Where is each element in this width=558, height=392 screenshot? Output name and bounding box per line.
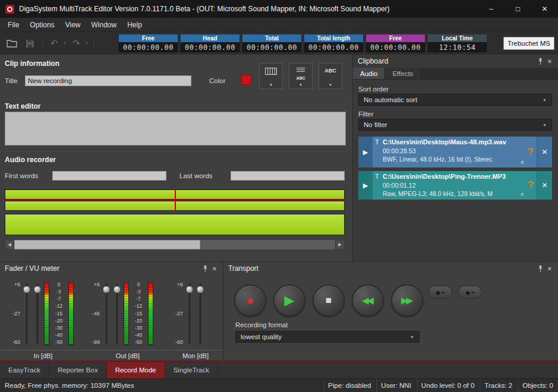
waveform-track-2[interactable] — [5, 214, 345, 235]
pin-button[interactable] — [200, 264, 210, 273]
last-words-input[interactable] — [231, 171, 345, 181]
remove-item-button[interactable]: ✕ — [537, 171, 552, 200]
pin-icon — [202, 265, 209, 273]
scale-label-8: -50 — [52, 340, 66, 345]
in-fader-right[interactable] — [33, 282, 42, 345]
out-meter-scale: 0-3-7-12-15-20-30-40-50 — [131, 282, 146, 345]
text-editor-header: Text editor — [5, 102, 40, 110]
statusbar: Ready, Free phys. memory: 10397 MBytes P… — [0, 378, 558, 392]
menu-item-3[interactable]: Window — [86, 18, 122, 31]
fader-knob[interactable] — [23, 286, 31, 293]
color-swatch[interactable] — [241, 75, 251, 85]
fader-group-out: +6-46-99 0-3-7-12-15-20-30-40-50 — [88, 282, 153, 345]
pin-button[interactable] — [535, 56, 545, 66]
scrollbar-thumb[interactable] — [14, 240, 200, 249]
play-item-button[interactable]: ▶ — [358, 137, 373, 167]
clip-to-clipboard-button[interactable]: ◆➜ — [428, 286, 452, 299]
fast-forward-icon: ▶▶ — [401, 295, 413, 306]
tab-easytrack[interactable]: EasyTrack — [0, 362, 49, 378]
record-button[interactable]: ● — [234, 284, 266, 317]
color-label: Color — [209, 77, 225, 84]
clip-item-duration: 00:00:01.12 — [383, 181, 524, 189]
keyboard-palette-button[interactable]: ▼ — [259, 63, 283, 89]
fader-knob[interactable] — [114, 286, 121, 293]
waveform-scrollbar[interactable]: ◀ ▶ — [5, 240, 345, 249]
filter-select[interactable]: No filter ▼ — [358, 119, 552, 131]
clipboard-item-1[interactable]: ▶ T C:\Users\nin\Desktop\Maus-48.mp3.wav… — [358, 137, 552, 167]
close-panel-button[interactable]: ✕ — [545, 264, 554, 273]
scale-label-2: -99 — [88, 340, 100, 345]
close-panel-button[interactable]: ✕ — [210, 264, 219, 273]
play-icon: ▶ — [363, 148, 368, 156]
mon-fader-right[interactable] — [196, 282, 204, 345]
recording-format-select[interactable]: lowest quality ▼ — [235, 331, 420, 343]
fader-knob[interactable] — [197, 286, 204, 293]
scroll-right-button[interactable]: ▶ — [335, 240, 345, 249]
clipboard-item-2[interactable]: ▶ T C:\Users\nin\Desktop\Ping-Trenner.MP… — [358, 171, 552, 200]
abc-list-button[interactable]: ABC ▼ — [289, 63, 313, 89]
menu-item-4[interactable]: Help — [122, 18, 147, 31]
redo-button[interactable]: ↷ — [70, 36, 84, 50]
tab-record-mode[interactable]: Record Mode — [107, 362, 165, 378]
menu-item-2[interactable]: View — [60, 18, 86, 31]
title-input[interactable] — [25, 75, 191, 86]
undo-button[interactable]: ↶ — [47, 36, 61, 50]
stop-button[interactable]: ■ — [313, 284, 345, 317]
clip-item-path: C:\Users\nin\Desktop\Ping-Trenner.MP3 — [383, 172, 524, 181]
play-item-button[interactable]: ▶ — [358, 171, 373, 200]
rewind-button[interactable]: ◀◀ — [352, 284, 384, 317]
tab-reporter-box[interactable]: Reporter Box — [49, 362, 107, 378]
in-fader-left[interactable] — [23, 282, 31, 345]
status-seg-3: Tracks: 2 — [479, 379, 517, 392]
first-words-input[interactable] — [52, 171, 166, 181]
fader-knob[interactable] — [103, 286, 111, 293]
close-button[interactable]: ✕ — [531, 0, 558, 18]
menu-item-1[interactable]: Options — [24, 18, 59, 31]
title-label: Title — [5, 77, 17, 84]
scroll-left-button[interactable]: ◀ — [5, 240, 14, 249]
pin-button[interactable] — [535, 264, 545, 273]
fader-knob[interactable] — [34, 286, 42, 293]
tab-effects[interactable]: Effects — [385, 68, 421, 79]
minimize-button[interactable]: – — [478, 0, 505, 18]
toolbar-separator — [42, 37, 42, 49]
redo-dropdown-caret[interactable]: ▾ — [86, 41, 89, 46]
out-fader-left[interactable] — [102, 282, 111, 345]
abc-button[interactable]: ABC ▼ — [319, 63, 342, 89]
menu-item-0[interactable]: File — [2, 18, 24, 31]
close-icon: ✕ — [541, 181, 547, 189]
mon-fader-left[interactable] — [185, 282, 194, 345]
tab-audio[interactable]: Audio — [353, 68, 385, 79]
app-icon — [5, 5, 14, 14]
play-icon: ▶ — [363, 182, 368, 189]
fast-forward-button[interactable]: ▶▶ — [391, 284, 423, 317]
close-panel-button[interactable]: ✕ — [545, 56, 554, 66]
rewind-icon: ◀◀ — [362, 295, 374, 306]
play-button[interactable]: ▶ — [273, 284, 305, 317]
out-fader-right[interactable] — [113, 282, 121, 345]
scale-label-2: -60 — [171, 340, 183, 345]
save-icon — [26, 39, 34, 48]
scrollbar-track[interactable] — [14, 240, 335, 249]
playback-cursor[interactable] — [175, 189, 176, 211]
maximize-button[interactable]: □ — [505, 0, 531, 18]
text-editor-area[interactable] — [5, 112, 346, 146]
timer-label: Free — [119, 34, 178, 42]
in-meter-scale: 0-3-7-12-15-20-30-40-50 — [52, 282, 66, 345]
chevron-down-icon: ▼ — [329, 83, 332, 87]
remove-item-button[interactable]: ✕ — [537, 137, 552, 167]
keyboard-icon — [265, 68, 277, 75]
expand-chevrons-icon[interactable]: » — [519, 193, 525, 197]
expand-chevrons-icon[interactable]: » — [519, 161, 525, 165]
font-select-button[interactable]: Trebuchet MS — [503, 37, 554, 50]
prelisten-icon[interactable]: ? — [525, 171, 537, 200]
clip-from-clipboard-button[interactable]: ◆➜ — [458, 286, 482, 299]
save-button[interactable] — [23, 36, 37, 50]
prelisten-icon[interactable]: ? — [525, 137, 537, 167]
sort-order-select[interactable]: No automatic sort ▼ — [358, 94, 552, 106]
tab-singletrack[interactable]: SingleTrack — [165, 362, 218, 378]
fader-knob[interactable] — [186, 286, 194, 293]
undo-dropdown-caret[interactable]: ▾ — [64, 41, 66, 46]
open-file-button[interactable] — [5, 36, 19, 50]
diamond-icon: ◆ — [436, 289, 440, 296]
